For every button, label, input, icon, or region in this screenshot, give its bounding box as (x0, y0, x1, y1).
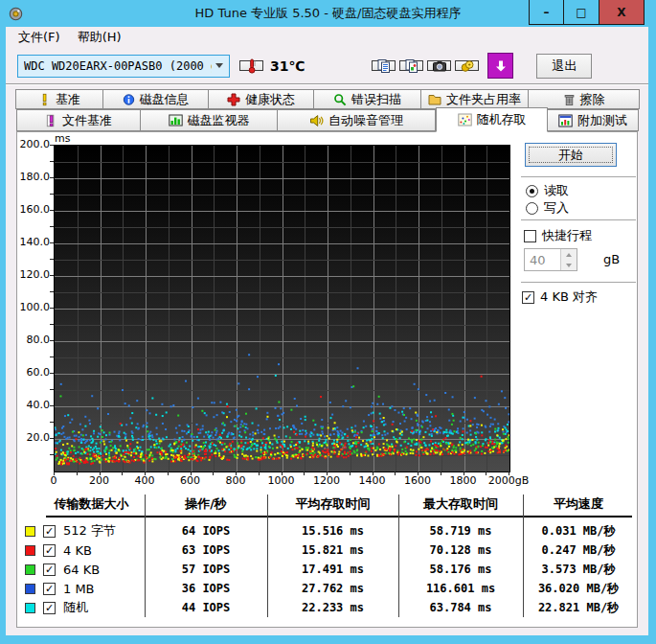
y-axis-tick-label: 200.0 (17, 138, 50, 150)
close-button[interactable]: X (599, 0, 645, 25)
read-radio-row: 读取 (526, 182, 569, 199)
tab-benchmark[interactable]: 基准 (15, 89, 103, 109)
start-button[interactable]: 开始 (525, 143, 617, 167)
tab-random-access[interactable]: 随机存取 (436, 107, 548, 132)
table-row: ✓ 1 MB 36 IOPS 27.762 ms 116.601 ms 36.0… (23, 579, 638, 598)
x-axis-tick-label: 1000 (268, 474, 295, 487)
tab-health[interactable]: 健康状态 (209, 89, 314, 109)
download-arrow-icon (493, 58, 509, 74)
iops-cell: 36 IOPS (145, 582, 267, 595)
health-icon (227, 93, 240, 106)
x-axis-tick (191, 472, 192, 475)
benchmark-icon (38, 93, 51, 106)
column-separator (398, 494, 399, 617)
aam-icon (309, 114, 324, 127)
y-axis-tick (50, 356, 54, 357)
series-color-swatch (25, 564, 35, 575)
tab-aam[interactable]: 自动噪音管理 (278, 109, 436, 131)
copy-text-button[interactable] (372, 60, 396, 71)
align-4kb-checkbox[interactable]: ✓ (522, 291, 534, 304)
tab-label: 文件基准 (62, 112, 112, 129)
iops-cell: 57 IOPS (145, 563, 267, 576)
series-checkbox[interactable]: ✓ (43, 525, 56, 538)
series-checkbox[interactable]: ✓ (43, 544, 56, 557)
x-axis-tick (395, 472, 396, 475)
tab-file-benchmark[interactable]: 文件基准 (16, 109, 141, 131)
capacity-spinner[interactable]: 40 (524, 248, 577, 271)
y-axis-tick (50, 405, 54, 406)
series-label: 1 MB (63, 582, 95, 596)
y-axis-tick (50, 324, 54, 325)
x-axis-tick (168, 472, 169, 475)
disk-monitor-icon (169, 114, 183, 126)
series-color-swatch (25, 545, 35, 556)
y-axis-tick-label: 100.0 (17, 301, 50, 313)
series-checkbox[interactable]: ✓ (43, 583, 56, 595)
y-axis-tick (50, 259, 54, 260)
y-axis-tick (50, 389, 54, 390)
copy-image-button[interactable] (399, 60, 423, 71)
series-label: 随机 (63, 599, 88, 616)
separator (521, 219, 636, 221)
x-axis-tick (213, 472, 214, 475)
disk-info-icon (123, 93, 135, 106)
menu-bar: 文件(F) 帮助(H) (6, 27, 648, 48)
table-row: ✓ 64 KB 57 IOPS 17.491 ms 58.176 ms 3.57… (23, 560, 638, 579)
max-access-cell: 116.601 ms (398, 582, 523, 595)
x-axis-tick (373, 472, 373, 475)
maximize-button[interactable]: □ (564, 0, 599, 25)
max-access-cell: 58.176 ms (398, 563, 523, 576)
y-axis-tick (50, 438, 54, 439)
iops-cell: 44 IOPS (145, 601, 267, 614)
thermometer-icon (245, 58, 259, 74)
y-axis-tick (50, 226, 54, 227)
series-checkbox[interactable]: ✓ (43, 602, 56, 614)
max-access-cell: 70.128 ms (398, 543, 523, 557)
y-axis-tick (50, 373, 54, 374)
gold-coins-icon (460, 58, 475, 74)
read-radio[interactable] (526, 185, 538, 197)
screenshot-button[interactable] (427, 60, 451, 71)
minimize-button[interactable]: – (529, 0, 564, 25)
short-stroke-label: 快捷行程 (542, 227, 592, 244)
series-label: 64 KB (63, 563, 100, 577)
y-axis-tick (50, 194, 54, 195)
menu-file[interactable]: 文件(F) (11, 27, 67, 48)
tab-disk-monitor[interactable]: 磁盘监视器 (141, 109, 278, 131)
exit-button[interactable]: 退出 (536, 54, 592, 79)
y-axis-tick-label: 20.0 (17, 431, 50, 444)
y-axis-tick-label: 60.0 (17, 366, 50, 379)
tab-extra-tests[interactable]: 附加测试 (548, 109, 639, 131)
random-access-icon (458, 113, 472, 126)
x-axis-tick (54, 472, 55, 475)
avg-speed-cell: 3.573 MB/秒 (523, 562, 634, 578)
x-axis-tick (327, 472, 328, 475)
temperature-button[interactable] (239, 60, 263, 71)
menu-help[interactable]: 帮助(H) (71, 27, 128, 48)
drive-select[interactable]: WDC WD20EARX-00PASB0 (2000 gB) (17, 55, 230, 78)
y-axis-tick (50, 275, 54, 276)
error-scan-icon (333, 93, 347, 106)
tab-label: 文件夹占用率 (446, 91, 521, 108)
random-access-panel: ms 200.0180.0160.0140.0120.0100.080.060.… (16, 131, 638, 628)
tab-folder-usage[interactable]: 文件夹占用率 (421, 89, 529, 109)
y-axis-tick-label: 160.0 (17, 203, 50, 216)
update-button[interactable] (487, 53, 513, 79)
tab-row-1: 基准磁盘信息健康状态错误扫描文件夹占用率擦除 (15, 89, 640, 109)
spinner-up-button[interactable] (561, 249, 577, 260)
short-stroke-checkbox[interactable] (524, 230, 536, 242)
tab-disk-info[interactable]: 磁盘信息 (103, 89, 209, 109)
write-radio[interactable] (526, 202, 538, 215)
x-axis-tick (122, 472, 123, 475)
spinner-down-button[interactable] (561, 260, 577, 270)
x-axis-tick (464, 472, 464, 475)
series-checkbox[interactable]: ✓ (43, 564, 56, 576)
y-axis-tick (50, 454, 54, 455)
y-axis-tick-label: 140.0 (17, 236, 50, 248)
x-axis-tick (77, 472, 78, 475)
column-header: 平均存取时间 (267, 495, 398, 513)
tab-erase[interactable]: 擦除 (529, 89, 640, 109)
aam-settings-button[interactable] (455, 60, 479, 71)
tab-label: 自动噪音管理 (328, 112, 403, 129)
tab-error-scan[interactable]: 错误扫描 (314, 89, 421, 109)
